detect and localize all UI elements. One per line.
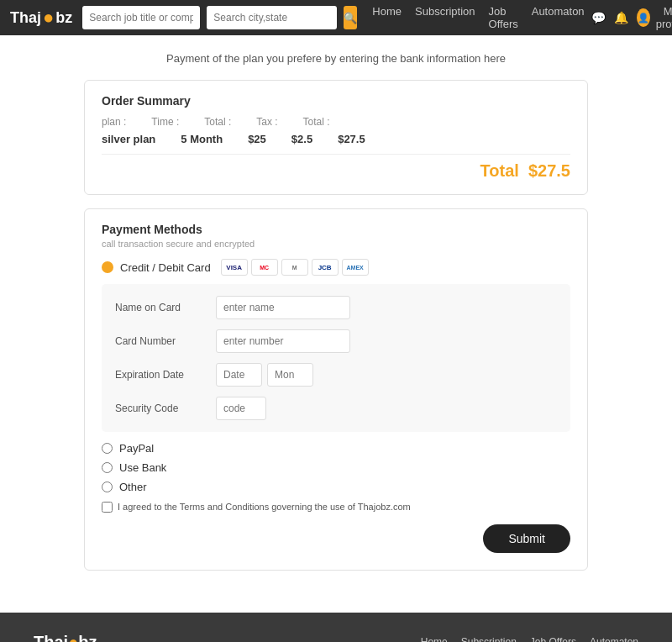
logo-dot: ●	[43, 8, 54, 27]
paypal-radio[interactable]	[102, 443, 113, 454]
payment-subtitle: call transaction secure and encrypted	[102, 239, 570, 249]
footer-nav-home[interactable]: Home	[421, 636, 448, 642]
name-label: Name on Card	[115, 302, 216, 313]
main-content: Payment of the plan you prefere by enter…	[76, 35, 596, 587]
name-row: Name on Card	[115, 296, 557, 319]
logo-suffix: bz	[55, 9, 72, 27]
nav-job-offers[interactable]: Job Offers	[489, 5, 518, 30]
footer-nav: Home Subscription Job Offers Automaton	[421, 636, 638, 642]
expiry-month-input[interactable]	[267, 363, 313, 387]
val-plan: silver plan	[102, 133, 155, 145]
security-code-input[interactable]	[216, 397, 266, 420]
expiry-date-input[interactable]	[216, 363, 262, 387]
profile-label: My profile	[654, 5, 672, 30]
navbar: Thaj●bz 🔍 Home Subscription Job Offers A…	[0, 0, 672, 35]
message-icon[interactable]: 💬	[591, 11, 606, 24]
footer-nav-subscription[interactable]: Subscription	[461, 636, 517, 642]
other-option: Other	[102, 481, 570, 493]
terms-text: I agreed to the Terms and Conditions gov…	[118, 502, 411, 512]
other-radio[interactable]	[102, 482, 113, 492]
submit-button[interactable]: Submit	[483, 524, 570, 553]
page-subtitle: Payment of the plan you prefere by enter…	[84, 52, 588, 65]
nav-automaton[interactable]: Automaton	[532, 5, 585, 30]
expiry-label: Expiration Date	[115, 369, 216, 381]
terms-checkbox[interactable]	[102, 502, 113, 513]
number-row: Card Number	[115, 329, 557, 353]
credit-card-option: Credit / Debit Card VISA MC M JCB AMEX	[102, 259, 570, 276]
card-form: Name on Card Card Number Expiration Date…	[102, 284, 570, 432]
jcb-logo: JCB	[312, 259, 339, 276]
other-label[interactable]: Other	[119, 481, 147, 493]
order-headers: plan : Time : Total : Tax : Total :	[102, 116, 570, 128]
mastercard-logo: MC	[251, 259, 278, 276]
payment-box: Payment Methods call transaction secure …	[84, 208, 588, 571]
avatar: 👤	[637, 8, 650, 27]
credit-radio-indicator	[102, 261, 113, 273]
notification-icon[interactable]: 🔔	[614, 11, 628, 24]
security-row: Security Code	[115, 397, 557, 420]
paypal-option: PayPal	[102, 442, 570, 455]
terms-row: I agreed to the Terms and Conditions gov…	[102, 502, 570, 513]
order-summary: Order Summary plan : Time : Total : Tax …	[84, 80, 588, 195]
amex-logo: AMEX	[342, 259, 369, 276]
footer-top: Thaj●bz Home Subscription Job Offers Aut…	[34, 633, 638, 642]
paypal-label[interactable]: PayPal	[119, 442, 154, 455]
order-total: Total $27.5	[102, 154, 570, 181]
logo-text: Thaj	[10, 9, 41, 27]
payment-title: Payment Methods	[102, 223, 570, 236]
nav-links: Home Subscription Job Offers Automaton	[372, 5, 584, 30]
bank-option: Use Bank	[102, 461, 570, 474]
bank-label[interactable]: Use Bank	[119, 461, 166, 474]
val-tax: $2.5	[291, 133, 312, 145]
job-search-input[interactable]	[82, 6, 200, 29]
bank-radio[interactable]	[102, 462, 113, 473]
security-label: Security Code	[115, 403, 216, 414]
nav-home[interactable]: Home	[372, 5, 402, 30]
card-number-input[interactable]	[216, 329, 350, 353]
total-value: $27.5	[528, 161, 570, 180]
header-total2: Total :	[303, 116, 330, 128]
footer-nav-job-offers[interactable]: Job Offers	[530, 636, 576, 642]
order-values: silver plan 5 Month $25 $2.5 $27.5	[102, 133, 570, 145]
maestro-logo: M	[281, 259, 308, 276]
header-plan: plan :	[102, 116, 126, 128]
navbar-right: 💬 🔔 👤 My profile	[591, 5, 672, 30]
header-tax: Tax :	[256, 116, 277, 128]
logo: Thaj●bz	[10, 8, 72, 27]
city-search-input[interactable]	[207, 6, 337, 29]
order-summary-title: Order Summary	[102, 94, 570, 108]
card-logos: VISA MC M JCB AMEX	[221, 259, 369, 276]
visa-logo: VISA	[221, 259, 248, 276]
card-number-label: Card Number	[115, 335, 216, 347]
header-total1: Total :	[204, 116, 231, 128]
footer-nav-automaton[interactable]: Automaton	[590, 636, 638, 642]
total-label: Total	[480, 161, 519, 180]
expiry-row: Expiration Date	[115, 363, 557, 387]
footer: Thaj●bz Home Subscription Job Offers Aut…	[0, 613, 672, 642]
name-on-card-input[interactable]	[216, 296, 350, 319]
search-button[interactable]: 🔍	[344, 6, 357, 29]
profile-button[interactable]: 👤 My profile	[637, 5, 672, 30]
val-time: 5 Month	[181, 133, 223, 145]
header-time: Time :	[151, 116, 179, 128]
nav-subscription[interactable]: Subscription	[415, 5, 475, 30]
val-total: $27.5	[338, 133, 365, 145]
val-price: $25	[248, 133, 266, 145]
credit-card-label[interactable]: Credit / Debit Card	[120, 261, 211, 274]
footer-logo: Thaj●bz	[34, 633, 97, 642]
